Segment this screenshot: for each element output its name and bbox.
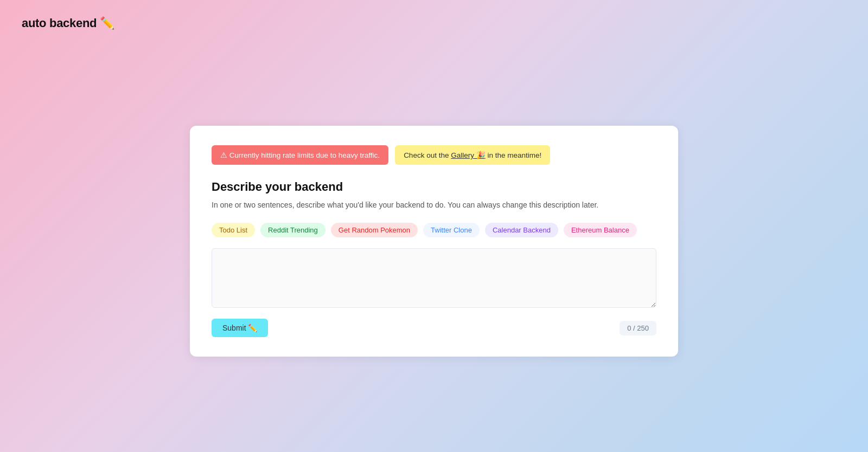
chip-todo-list[interactable]: Todo List — [212, 223, 255, 237]
app-header: auto backend ✏️ — [22, 16, 114, 30]
main-container: ⚠ Currently hitting rate limits due to h… — [22, 47, 846, 436]
main-card: ⚠ Currently hitting rate limits due to h… — [190, 126, 678, 357]
chip-reddit-trending[interactable]: Reddit Trending — [260, 223, 326, 237]
chip-calendar-backend[interactable]: Calendar Backend — [485, 223, 558, 237]
textarea-wrapper — [212, 248, 656, 310]
bottom-row: Submit ✏️ 0 / 250 — [212, 319, 656, 337]
form-title: Describe your backend — [212, 180, 656, 194]
alert-warning-suffix: in the meantime! — [486, 151, 542, 159]
char-counter: 0 / 250 — [620, 321, 656, 335]
gallery-link[interactable]: Gallery 🎉 — [451, 151, 486, 159]
chips-row: Todo List Reddit Trending Get Random Pok… — [212, 223, 656, 237]
app-title: auto backend ✏️ — [22, 16, 114, 30]
alert-error-text: ⚠ Currently hitting rate limits due to h… — [220, 151, 380, 159]
rate-limit-alert: ⚠ Currently hitting rate limits due to h… — [212, 145, 388, 165]
submit-label: Submit ✏️ — [222, 324, 257, 332]
form-description: In one or two sentences, describe what y… — [212, 199, 656, 211]
chip-ethereum-balance[interactable]: Ethereum Balance — [564, 223, 637, 237]
chip-twitter-clone[interactable]: Twitter Clone — [423, 223, 480, 237]
gallery-alert: Check out the Gallery 🎉 in the meantime! — [395, 145, 550, 165]
alerts-row: ⚠ Currently hitting rate limits due to h… — [212, 145, 656, 165]
chip-get-random-pokemon[interactable]: Get Random Pokemon — [331, 223, 418, 237]
alert-warning-prefix: Check out the — [404, 151, 451, 159]
description-textarea[interactable] — [212, 248, 656, 308]
submit-button[interactable]: Submit ✏️ — [212, 319, 268, 337]
